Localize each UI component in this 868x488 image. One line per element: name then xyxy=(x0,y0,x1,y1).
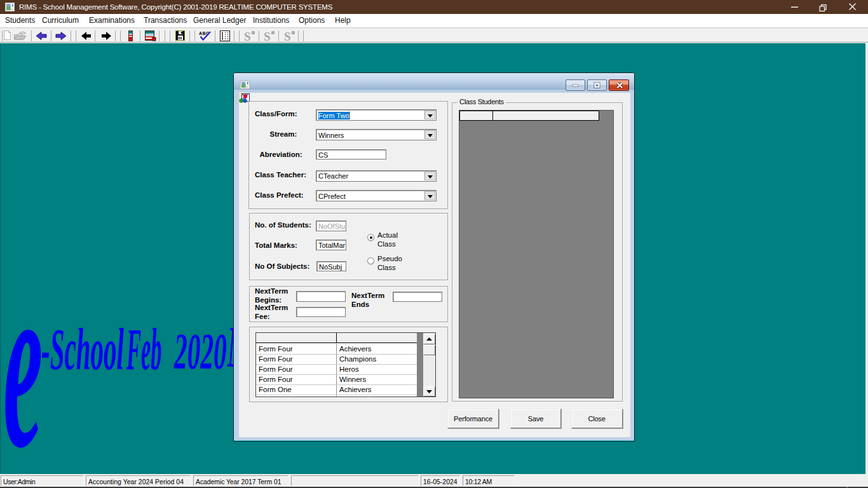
svg-text:S: S xyxy=(244,30,251,42)
svg-text:S: S xyxy=(264,30,271,42)
svg-text:S: S xyxy=(284,30,291,42)
